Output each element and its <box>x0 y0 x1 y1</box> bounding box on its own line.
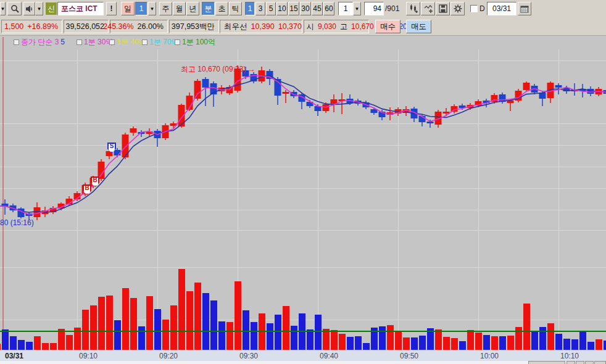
volume-bar <box>34 336 41 350</box>
scroll-button-fragment[interactable] <box>576 361 584 364</box>
volume-bar <box>315 315 322 350</box>
time-axis[interactable]: 03/3109:1009:2009:3009:4009:5010:0010:10 <box>0 350 606 362</box>
open-label: 시 <box>307 22 314 32</box>
settings-button[interactable] <box>450 2 465 15</box>
interval-5-button[interactable]: 5 <box>266 2 276 15</box>
volume-bar <box>467 330 474 350</box>
sound-dropdown-button[interactable]: ▼ <box>35 2 43 15</box>
time-axis-label: 03/31 <box>5 352 23 360</box>
high-annotation: 최고 10,670 (09:33) → <box>181 64 255 75</box>
volume-bar <box>395 331 402 350</box>
scroll-button-fragment[interactable] <box>585 361 594 364</box>
volume-bar <box>98 297 105 350</box>
amount-cell: 397,953백만 <box>169 20 219 33</box>
volume-bar <box>451 338 458 350</box>
volume-bar <box>243 310 249 350</box>
volume-bar <box>596 339 602 350</box>
time-axis-label: 10:00 <box>480 352 499 360</box>
date-input[interactable]: 03/31 <box>487 2 517 15</box>
new-stock-badge: 신 <box>46 2 57 15</box>
buy-button[interactable]: 매수 <box>375 20 401 33</box>
sound-button[interactable] <box>23 2 35 15</box>
interval-value-box[interactable]: 1 <box>338 2 353 15</box>
volume-bar <box>138 326 145 350</box>
volume-bar <box>363 343 370 350</box>
day-count-dropdown[interactable]: ▼ <box>148 2 156 15</box>
interval-45-button[interactable]: 45 <box>312 2 323 15</box>
scrollbar-fragment[interactable] <box>528 361 565 364</box>
volume-bar <box>419 336 426 350</box>
price-info-bar: ▲ 1,500 +16.89% 39,526,052 245.36% 26.00… <box>0 18 606 36</box>
save-chart-button[interactable] <box>436 2 450 15</box>
d-checkbox[interactable] <box>470 5 478 12</box>
period-second-button[interactable]: 초 <box>215 2 228 15</box>
legend-checkbox[interactable] <box>14 39 19 45</box>
legend-checkbox[interactable] <box>77 39 82 45</box>
volume-bar <box>202 293 209 350</box>
high-value: 10,670 <box>351 22 374 31</box>
volume-bar <box>186 291 193 350</box>
time-axis-label: 10:10 <box>560 352 579 360</box>
day-count-value[interactable]: 1 <box>135 2 147 15</box>
period-tick-button[interactable]: 틱 <box>229 2 242 15</box>
volume-bar <box>50 343 57 350</box>
period-day-button[interactable]: 일 <box>121 2 135 15</box>
candle-body <box>451 106 458 112</box>
stock-name-box[interactable]: 포스코 ICT <box>57 2 104 15</box>
volume-bar <box>82 310 89 350</box>
interval-15-button[interactable]: 15 <box>288 2 299 15</box>
alert-button[interactable]: ! <box>106 2 117 15</box>
candle-body <box>523 83 530 90</box>
add-candle-tool-button[interactable] <box>406 2 420 15</box>
interval-1-button[interactable]: 1 <box>245 2 255 15</box>
add-trendline-tool-button[interactable] <box>421 2 435 15</box>
interval-30-button[interactable]: 30 <box>300 2 311 15</box>
volume-bar <box>475 333 482 350</box>
low-annotation: 80 (15:16) <box>0 218 34 227</box>
best-quote-cell: 최우선 10,390 10,370 <box>220 20 302 33</box>
volume-bar <box>531 332 538 350</box>
candle-body <box>331 99 338 104</box>
amount-value: 397,953백만 <box>172 22 215 32</box>
volume-bar <box>307 329 313 350</box>
candle-count-input[interactable]: 94 <box>364 2 384 15</box>
scroll-button-fragment[interactable] <box>567 361 575 364</box>
interval-dropdown[interactable]: ▼ <box>353 2 361 15</box>
sell-button[interactable]: 매도 <box>406 20 431 33</box>
legend-checkbox[interactable] <box>109 39 115 45</box>
interval-3-button[interactable]: 3 <box>255 2 265 15</box>
period-month-button[interactable]: 월 <box>173 2 186 15</box>
candle-body <box>194 81 201 99</box>
period-week-button[interactable]: 주 <box>159 2 172 15</box>
best-ask: 10,370 <box>278 22 302 31</box>
volume-bar <box>291 326 297 350</box>
interval-60-button[interactable]: 60 <box>323 2 334 15</box>
legend-vol-70[interactable]: 1분 70억 <box>142 38 178 46</box>
calendar-button[interactable] <box>518 2 531 15</box>
legend-vol-40[interactable]: 1분 40억 <box>109 38 146 46</box>
change-value: 1,500 <box>4 22 23 31</box>
legend-vol-100[interactable]: 1분 100억 <box>175 38 215 46</box>
volume-bar <box>114 320 121 350</box>
volume-bar <box>275 315 281 350</box>
legend-vol-30[interactable]: 1분 30억 <box>77 38 113 46</box>
calendar-icon <box>520 5 529 13</box>
volume-bar <box>18 340 25 350</box>
volume-bar <box>235 281 241 350</box>
ohl-cell: 시 9,030 고 10,670 저 8,820 <box>304 20 369 33</box>
legend-price-ma[interactable]: 종가 단순 3 5 <box>14 38 65 46</box>
stock-search-button[interactable] <box>7 2 22 15</box>
partial-dropdown-button[interactable]: ▼ <box>0 2 6 15</box>
interval-10-button[interactable]: 10 <box>276 2 288 15</box>
period-minute-button[interactable]: 분 <box>202 2 215 15</box>
volume-bar <box>162 320 169 350</box>
volume-bar <box>571 339 578 350</box>
legend-checkbox[interactable] <box>142 39 147 45</box>
scroll-button-fragment[interactable] <box>594 361 606 364</box>
period-year-button[interactable]: 년 <box>186 2 199 15</box>
legend-checkbox[interactable] <box>175 39 180 45</box>
legend-close-simple-3: 종가 단순 3 <box>21 37 59 48</box>
volume-bar <box>170 305 177 350</box>
bottom-scroll-remnant <box>0 361 606 364</box>
time-axis-label: 09:40 <box>320 352 338 360</box>
